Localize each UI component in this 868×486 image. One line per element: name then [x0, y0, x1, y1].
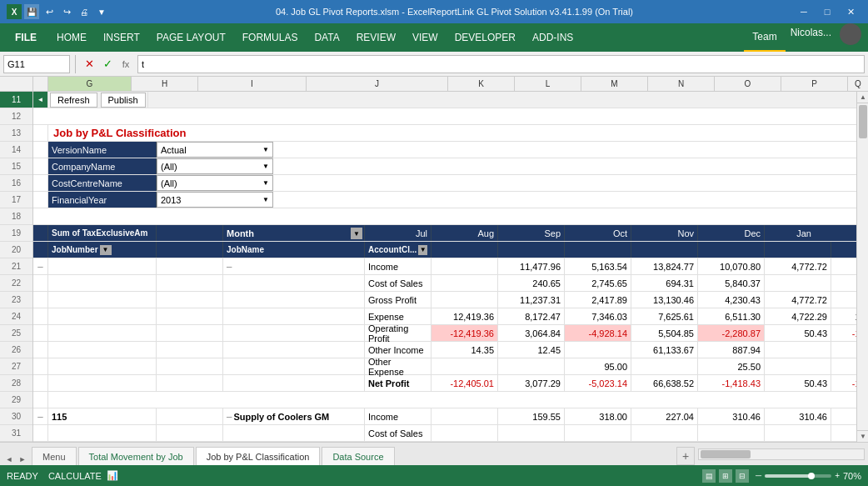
vertical-scrollbar[interactable]: ▲ ▼	[856, 92, 868, 442]
scroll-thumb[interactable]	[859, 105, 867, 138]
menu-data[interactable]: DATA	[306, 23, 347, 52]
page-layout-icon[interactable]: ⊞	[719, 469, 732, 483]
tab-total-movement[interactable]: Total Movement by Job	[78, 447, 194, 465]
filter-value-fyear[interactable]: 2013 ▼	[157, 192, 273, 208]
row-14-content: VersionName Actual ▼	[33, 142, 856, 158]
filter-value-company[interactable]: (All) ▼	[157, 158, 273, 174]
cell-21-collapse[interactable]: ─	[33, 258, 48, 274]
tab-job-pl[interactable]: Job by P&L Classification	[196, 447, 321, 465]
scroll-track	[857, 103, 868, 430]
jobnumber-header: JobNumber ▼	[48, 242, 157, 258]
row-11: 11	[0, 92, 32, 108]
col-p-header[interactable]: P	[781, 77, 848, 91]
col-g-header[interactable]: G	[48, 77, 132, 91]
cell-28-sep: -5,023.14	[565, 375, 631, 391]
filter-dropdown-costcentre[interactable]: ▼	[262, 179, 269, 187]
zoom-slider-thumb[interactable]	[808, 473, 815, 479]
maximize-btn[interactable]: □	[816, 4, 838, 19]
filter-dropdown-fyear[interactable]: ▼	[262, 196, 269, 203]
zoom-in-icon[interactable]: +	[835, 471, 840, 480]
cell-31-nov	[698, 425, 765, 441]
formula-fx-icon[interactable]: fx	[117, 56, 134, 73]
horizontal-scrollbar[interactable]	[698, 448, 865, 460]
cell-27-h	[157, 358, 223, 374]
menu-view[interactable]: VIEW	[404, 23, 446, 52]
cell-27-nav	[33, 358, 48, 374]
close-btn[interactable]: ✕	[840, 4, 861, 19]
nav-arrow-left[interactable]: ◄	[33, 92, 48, 108]
scroll-down-btn[interactable]: ▼	[857, 430, 868, 442]
tab-menu[interactable]: Menu	[32, 447, 77, 465]
filter-value-costcentre[interactable]: (All) ▼	[157, 175, 273, 191]
cell-26-dec	[765, 342, 831, 358]
undo-icon[interactable]: ↩	[42, 4, 57, 19]
jobnumber-filter-btn[interactable]: ▼	[100, 245, 112, 255]
data-row-25: Operating Profit -12,419.36 3,064.84 -4,…	[33, 325, 856, 342]
data-row-30: ─ 115 ─Supply of Coolers GM Income 159.5…	[33, 408, 856, 425]
menu-developer[interactable]: DEVELOPER	[446, 23, 524, 52]
cell-27-jan	[831, 358, 856, 374]
filter-value-version[interactable]: Actual ▼	[157, 142, 273, 158]
menu-insert[interactable]: INSERT	[95, 23, 148, 52]
tab-data-source[interactable]: Data Source	[322, 447, 394, 465]
cell-31-dec	[765, 425, 831, 441]
tab-prev-btn[interactable]: ◄	[3, 453, 15, 465]
col-q-header[interactable]: Q	[848, 77, 868, 91]
customize-icon[interactable]: ▼	[94, 4, 109, 19]
zoom-out-icon[interactable]: ─	[756, 471, 761, 480]
cell-28-nav	[33, 375, 48, 391]
tab-next-btn[interactable]: ►	[17, 453, 28, 465]
cell-20-m	[565, 242, 631, 258]
cell-30-collapse[interactable]: ─	[33, 408, 48, 424]
menu-bar: FILE HOME INSERT PAGE LAYOUT FORMULAS DA…	[0, 23, 868, 52]
redo-icon[interactable]: ↪	[59, 4, 74, 19]
col-j-header[interactable]: J	[307, 77, 448, 91]
page-break-icon[interactable]: ⊟	[736, 469, 749, 483]
zoom-slider[interactable]	[765, 474, 831, 478]
normal-view-icon[interactable]: ▤	[702, 469, 716, 483]
accountcl-filter-btn[interactable]: ▼	[418, 245, 427, 255]
filter-dropdown-version[interactable]: ▼	[262, 146, 269, 153]
menu-home[interactable]: HOME	[48, 23, 95, 52]
cell-31-account: Cost of Sales	[365, 425, 432, 441]
add-sheet-btn[interactable]: +	[676, 447, 695, 465]
col-k-header[interactable]: K	[448, 77, 515, 91]
minimize-btn[interactable]: ─	[793, 4, 815, 19]
menu-page-layout[interactable]: PAGE LAYOUT	[148, 23, 234, 52]
cell-22-jobnumber	[48, 275, 157, 291]
menu-review[interactable]: REVIEW	[348, 23, 404, 52]
scroll-up-btn[interactable]: ▲	[857, 92, 868, 103]
cell-22-jul	[432, 275, 498, 291]
file-menu[interactable]: FILE	[3, 23, 48, 52]
col-l-header[interactable]: L	[515, 77, 581, 91]
cell-reference[interactable]: G11	[3, 55, 70, 73]
row-20: 20	[0, 242, 32, 258]
cell-23-nov: 4,230.43	[698, 292, 765, 308]
status-ready: READY	[7, 471, 38, 481]
filter-dropdown-company[interactable]: ▼	[262, 163, 269, 170]
formula-confirm-icon[interactable]: ✓	[99, 56, 116, 73]
formula-input[interactable]: t	[137, 55, 865, 73]
menu-team[interactable]: Team	[744, 23, 785, 52]
nov-month-header: Nov	[631, 225, 698, 241]
formula-cancel-icon[interactable]: ✕	[81, 56, 97, 73]
cell-31-aug	[498, 425, 565, 441]
month-filter-btn[interactable]: ▼	[351, 228, 362, 239]
menu-addins[interactable]: ADD-INS	[524, 23, 581, 52]
h-scroll-thumb[interactable]	[701, 450, 751, 458]
save-icon[interactable]: 💾	[24, 4, 39, 19]
cell-21-jobnumber	[48, 258, 157, 274]
user-avatar	[840, 23, 861, 45]
col-i-header[interactable]: I	[198, 77, 307, 91]
column-headers: G H I J K L M N O P Q	[0, 77, 868, 92]
refresh-button[interactable]: Refresh	[50, 93, 97, 108]
row-numbers: 11 12 13 14 15 16 17 18 19 20 21 22 23 2…	[0, 92, 33, 442]
col-o-header[interactable]: O	[715, 77, 781, 91]
row-13-content: Job by P&L Classification	[33, 125, 856, 142]
print-icon[interactable]: 🖨	[77, 4, 92, 19]
col-n-header[interactable]: N	[648, 77, 715, 91]
col-m-header[interactable]: M	[581, 77, 648, 91]
menu-formulas[interactable]: FORMULAS	[234, 23, 307, 52]
col-h-header[interactable]: H	[132, 77, 198, 91]
publish-button[interactable]: Publish	[101, 93, 146, 108]
